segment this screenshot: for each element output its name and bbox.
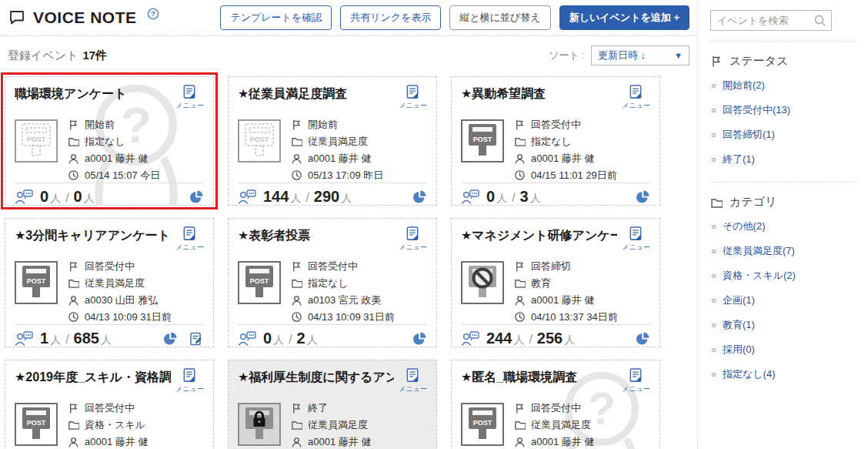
header-buttons: テンプレートを確認 共有リンクを表示 縦と横に並び替え 新しいイベントを追加 + xyxy=(220,5,689,30)
bullet-icon xyxy=(712,84,716,88)
app-header: VOICE NOTE ? テンプレートを確認 共有リンクを表示 縦と横に並び替え… xyxy=(0,0,697,36)
respondents-icon xyxy=(238,331,256,347)
category-filter-recruiting[interactable]: 採用(0) xyxy=(710,337,857,362)
selection-highlight: ? 職場環境アンケート メニュー xyxy=(1,72,218,209)
app-logo: VOICE NOTE ? xyxy=(8,8,159,27)
status-filter-before-start[interactable]: 開始前(2) xyxy=(710,73,857,98)
card-menu-button[interactable]: メニュー xyxy=(399,367,427,394)
menu-label: メニュー xyxy=(399,384,427,394)
status-filter-accepting[interactable]: 回答受付中(13) xyxy=(710,98,857,122)
status-filter-ended[interactable]: 終了(1) xyxy=(710,147,857,172)
pie-chart-icon[interactable] xyxy=(635,189,650,205)
clock-icon xyxy=(68,169,79,181)
status-filter-closed[interactable]: 回答締切(1) xyxy=(710,122,857,147)
postbox-icon-open: POST xyxy=(238,261,281,304)
event-card[interactable]: ★2019年度_スキル・資格調査 メニュー POST 回答受付中 資格・スキル … xyxy=(5,360,214,449)
card-menu-button[interactable]: メニュー xyxy=(399,84,427,111)
event-card[interactable]: ★従業員満足度調査 メニュー POST 開始前 従業員 xyxy=(228,76,437,206)
search-icon[interactable] xyxy=(813,14,826,27)
bullet-icon xyxy=(712,348,716,352)
category-filter-education[interactable]: 教育(1) xyxy=(710,313,857,337)
pie-chart-icon[interactable] xyxy=(162,331,178,347)
card-menu-button[interactable]: メニュー xyxy=(622,84,650,111)
category-filter-other[interactable]: その他(2) xyxy=(710,214,857,239)
category-filter-skill[interactable]: 資格・スキル(2) xyxy=(710,263,857,288)
help-icon[interactable]: ? xyxy=(147,8,159,20)
pie-chart-icon[interactable] xyxy=(412,331,427,347)
category-filter-planning[interactable]: 企画(1) xyxy=(710,288,857,313)
event-card[interactable]: ★マネジメント研修アンケート メニュー 回答締 xyxy=(451,218,660,347)
search-input[interactable] xyxy=(717,15,813,26)
event-card[interactable]: ? ★匿名_職場環境調査 メニュー POST 回答受付中 従業員満足度 a000… xyxy=(451,360,660,449)
dropdown-caret-icon: ▼ xyxy=(674,51,683,60)
event-title: ★マネジメント研修アンケート xyxy=(461,226,617,244)
event-updated: 05/14 15:07 今日 xyxy=(85,169,160,183)
event-card[interactable]: ? 職場環境アンケート メニュー xyxy=(5,76,214,206)
card-menu-button[interactable]: メニュー xyxy=(175,226,204,253)
menu-label: メニュー xyxy=(399,243,427,253)
category-filter-satisfaction[interactable]: 従業員満足度(7) xyxy=(710,239,857,263)
pie-chart-icon[interactable] xyxy=(412,189,427,205)
sort-selected-value: 更新日時 ↓ xyxy=(598,49,646,62)
event-card[interactable]: ★福利厚生制度に関するアン… メニュー xyxy=(228,360,437,449)
flag-icon xyxy=(291,119,302,131)
check-templates-button[interactable]: テンプレートを確認 xyxy=(220,5,332,30)
menu-label: メニュー xyxy=(622,384,650,394)
registered-events-label: 登録イベント xyxy=(8,49,78,63)
bullet-icon xyxy=(712,373,716,377)
clock-icon xyxy=(514,311,526,323)
folder-icon xyxy=(291,136,302,147)
list-toolbar: 登録イベント 17件 ソート : 更新日時 ↓ ▼ xyxy=(0,36,697,72)
event-card[interactable]: ★異動希望調査 メニュー POST 回答受付中 指定な xyxy=(451,76,660,206)
event-status: 回答受付中 xyxy=(85,260,135,273)
event-category: 従業員満足度 xyxy=(85,276,145,290)
menu-label: メニュー xyxy=(399,101,427,111)
category-filter-unspecified[interactable]: 指定なし(4) xyxy=(710,362,857,387)
flag-icon xyxy=(514,119,526,131)
person-icon xyxy=(68,152,79,165)
show-share-links-button[interactable]: 共有リンクを表示 xyxy=(340,5,441,30)
postbox-icon-open: POST xyxy=(461,119,504,163)
clock-icon xyxy=(514,169,526,181)
menu-icon xyxy=(628,367,644,384)
event-card-grid: ? 職場環境アンケート メニュー xyxy=(5,76,697,449)
sort-dropdown[interactable]: 更新日時 ↓ ▼ xyxy=(591,45,689,65)
clock-icon xyxy=(68,311,79,323)
postbox-icon-open: POST xyxy=(15,261,58,304)
svg-text:POST: POST xyxy=(27,277,46,285)
menu-label: メニュー xyxy=(175,101,204,111)
answer-icon[interactable] xyxy=(189,331,204,347)
card-menu-button[interactable]: メニュー xyxy=(399,226,427,253)
response-counts: 1人 / 685人 xyxy=(40,330,112,347)
bullet-icon xyxy=(712,323,716,327)
event-category: 指定なし xyxy=(308,276,349,290)
respondents-icon xyxy=(461,331,479,347)
toggle-layout-button[interactable]: 縦と横に並び替え xyxy=(449,5,550,30)
respondents-icon xyxy=(15,189,33,205)
response-counts: 144人 / 290人 xyxy=(263,188,352,206)
card-menu-button[interactable]: メニュー xyxy=(175,84,204,111)
status-section-heading: ステータス xyxy=(710,54,857,69)
event-owner: a0001 藤井 健 xyxy=(531,293,594,307)
menu-icon xyxy=(405,226,421,242)
event-title: ★2019年度_スキル・資格調査 xyxy=(15,367,171,386)
event-category: 従業員満足度 xyxy=(308,135,368,149)
add-event-button[interactable]: 新しいイベントを追加 + xyxy=(559,5,689,30)
event-category: 従業員満足度 xyxy=(308,418,368,432)
event-card[interactable]: ★表彰者投票 メニュー POST 回答受付中 指定なし a0103 宮元 政美 … xyxy=(228,218,437,347)
card-menu-button[interactable]: メニュー xyxy=(622,367,650,394)
answered-count: 144 xyxy=(263,188,289,206)
pie-chart-icon[interactable] xyxy=(635,331,650,347)
person-icon xyxy=(291,436,302,448)
pie-chart-icon[interactable] xyxy=(189,189,204,205)
event-category: 従業員満足度 xyxy=(531,418,591,432)
event-card[interactable]: ★3分間キャリアアンケート メニュー POST 回答受付中 従業員満足度 a00… xyxy=(5,218,214,347)
menu-icon xyxy=(628,226,644,242)
svg-text:POST: POST xyxy=(473,419,492,427)
svg-text:POST: POST xyxy=(473,136,492,143)
event-category: 資格・スキル xyxy=(85,418,145,432)
event-title: ★表彰者投票 xyxy=(238,226,310,244)
card-menu-button[interactable]: メニュー xyxy=(622,226,650,253)
sort-label: ソート : xyxy=(549,49,585,62)
card-menu-button[interactable]: メニュー xyxy=(175,367,204,394)
